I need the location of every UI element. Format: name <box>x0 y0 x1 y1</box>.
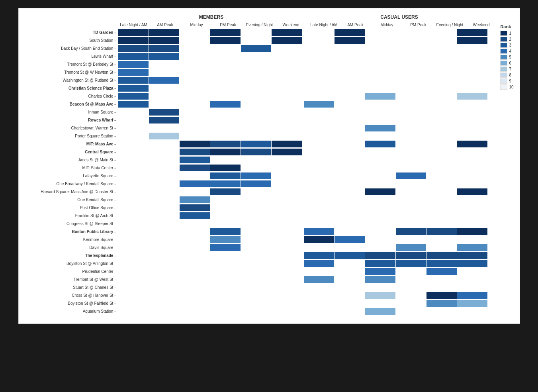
cell-members-2 <box>180 284 210 291</box>
cell-members-5 <box>272 29 302 36</box>
table-row: Christian Science Plaza - <box>23 84 512 92</box>
cell-members-4 <box>241 149 271 155</box>
row-label: Lewis Wharf - <box>23 54 118 59</box>
sub-header-casual-evening-/-night: Evening / Night <box>434 23 466 27</box>
cell-casual-0 <box>304 300 334 307</box>
cell-casual-5 <box>457 204 487 211</box>
cell-casual-5 <box>457 244 487 251</box>
cell-members-1 <box>149 212 179 219</box>
cell-casual-2 <box>365 45 395 52</box>
cell-casual-0 <box>304 196 334 203</box>
cell-casual-5 <box>457 133 487 139</box>
cell-members-5 <box>272 93 302 100</box>
cell-members-1 <box>149 101 179 108</box>
cell-casual-0 <box>304 45 334 52</box>
cell-casual-3 <box>396 53 426 60</box>
cell-members-5 <box>272 180 302 187</box>
cell-casual-4 <box>426 188 457 195</box>
cell-casual-3 <box>396 276 426 283</box>
table-row: Inman Square - <box>23 108 512 116</box>
cell-members-2 <box>180 125 210 131</box>
table-row: Prudential Center - <box>23 268 512 275</box>
cell-casual-5 <box>457 308 487 315</box>
cell-casual-5 <box>457 69 487 76</box>
cell-members-3 <box>210 93 241 100</box>
legend-label: 6 <box>509 61 511 65</box>
cell-casual-3 <box>396 101 426 108</box>
cell-members-4 <box>241 165 271 171</box>
legend-item: 3 <box>500 43 513 48</box>
cell-members-0 <box>118 165 149 171</box>
cell-members-2 <box>180 204 210 211</box>
cell-members-2 <box>180 117 210 123</box>
cell-members-3 <box>210 196 241 203</box>
table-row: Ames St @ Main St - <box>23 156 512 164</box>
cell-members-1 <box>149 157 179 163</box>
table-row: Harvard Square: Mass Ave @ Dunster St - <box>23 188 512 196</box>
legend-label: 4 <box>509 49 511 53</box>
legend-item: 8 <box>500 73 513 78</box>
cell-casual-2 <box>365 117 395 123</box>
cell-casual-0 <box>304 244 334 251</box>
legend-swatch <box>500 84 507 90</box>
cell-members-5 <box>272 125 302 131</box>
cell-casual-0 <box>304 284 334 291</box>
cell-members-2 <box>180 180 210 187</box>
row-label: Kenmore Square - <box>23 237 118 242</box>
cell-casual-2 <box>365 157 395 163</box>
cell-casual-5 <box>457 45 487 52</box>
cell-casual-3 <box>396 93 426 100</box>
cell-casual-2 <box>365 125 395 131</box>
cell-casual-1 <box>335 37 365 44</box>
cell-casual-1 <box>335 260 365 267</box>
cell-members-0 <box>118 300 149 307</box>
cell-members-2 <box>180 172 210 179</box>
cell-members-5 <box>272 77 302 84</box>
cell-casual-3 <box>396 125 426 131</box>
cell-members-1 <box>149 284 179 291</box>
cell-casual-0 <box>304 149 334 155</box>
cell-members-3 <box>210 228 241 235</box>
cell-casual-4 <box>426 69 457 76</box>
cell-members-0 <box>118 268 149 275</box>
cell-members-2 <box>180 244 210 251</box>
cell-casual-2 <box>365 308 395 315</box>
cell-members-1 <box>149 61 179 68</box>
cell-casual-1 <box>335 220 365 227</box>
cell-members-5 <box>272 236 302 243</box>
cell-members-5 <box>272 37 302 44</box>
cell-members-2 <box>180 300 210 307</box>
cell-casual-1 <box>335 61 365 68</box>
cell-members-0 <box>118 204 149 211</box>
cell-casual-5 <box>457 300 487 307</box>
cell-members-3 <box>210 165 241 171</box>
cell-casual-2 <box>365 252 395 259</box>
sub-header-members-late-night-/-am: Late Night / AM <box>118 23 149 27</box>
cell-casual-0 <box>304 53 334 60</box>
cell-casual-4 <box>426 180 457 187</box>
cell-members-0 <box>118 53 149 60</box>
table-row: Charlestown: Warren St - <box>23 124 512 132</box>
cell-members-0 <box>118 69 149 76</box>
row-label: Tremont St @ Berkeley St - <box>23 62 118 67</box>
legend-label: 2 <box>509 37 511 41</box>
cell-members-2 <box>180 252 210 259</box>
table-row: MIT: Stata Center - <box>23 164 512 172</box>
cell-members-1 <box>149 252 179 259</box>
sub-header-casual-midday: Midday <box>372 23 403 27</box>
legend-label: 7 <box>509 67 511 71</box>
row-label: TD Garden - <box>23 30 118 35</box>
legend-items: 12345678910 <box>500 31 513 90</box>
cell-members-3 <box>210 157 241 163</box>
row-label: Stuart St @ Charles St - <box>23 285 118 290</box>
cell-members-4 <box>241 29 271 36</box>
cell-members-2 <box>180 149 210 155</box>
cell-casual-0 <box>304 133 334 139</box>
cell-members-1 <box>149 188 179 195</box>
cell-members-2 <box>180 141 210 147</box>
cell-casual-0 <box>304 101 334 108</box>
cell-casual-3 <box>396 196 426 203</box>
legend-swatch <box>500 31 507 36</box>
cell-members-2 <box>180 165 210 171</box>
cell-casual-1 <box>335 125 365 131</box>
